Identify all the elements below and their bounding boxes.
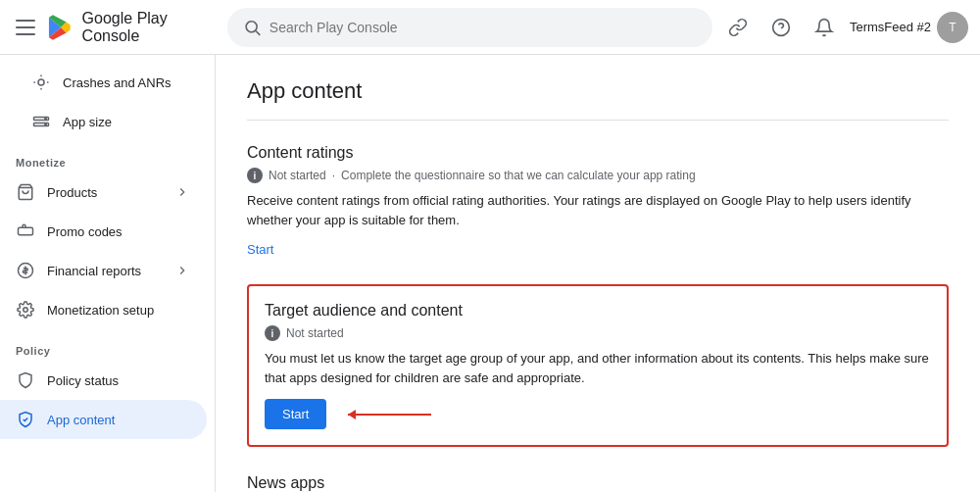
svg-point-1 [246, 21, 257, 31]
content-ratings-title: Content ratings [247, 144, 949, 162]
svg-point-8 [45, 118, 47, 120]
app-content-label: App content [47, 413, 115, 427]
topbar-search-area [227, 8, 712, 47]
dollar-icon [16, 261, 35, 280]
search-icon [243, 18, 262, 37]
content-ratings-desc: Receive content ratings from official ra… [247, 191, 949, 229]
shield-icon [16, 370, 35, 390]
storage-icon [31, 112, 51, 131]
logo[interactable]: Google Play Console [43, 10, 227, 45]
link-icon [728, 18, 748, 37]
financial-reports-label: Financial reports [47, 264, 141, 278]
news-apps-title: News apps [247, 474, 949, 492]
content-ratings-status: i Not started · Complete the questionnai… [247, 168, 949, 183]
products-label: Products [47, 185, 97, 200]
content-ratings-dot: · [332, 169, 335, 182]
notification-icon-btn[interactable] [807, 10, 842, 45]
svg-point-13 [24, 308, 28, 313]
monetization-setup-label: Monetization setup [47, 303, 154, 318]
target-audience-desc: You must let us know the target age grou… [265, 349, 931, 387]
sidebar-item-app-size[interactable]: App size [0, 102, 207, 141]
target-audience-info-icon: i [265, 325, 280, 341]
monetize-section-label: Monetize [0, 141, 215, 172]
promo-codes-label: Promo codes [47, 224, 122, 239]
target-audience-status: i Not started [265, 325, 931, 341]
svg-point-9 [45, 123, 47, 125]
news-apps-section: News apps i Not started · Let us know wh… [247, 474, 949, 492]
search-input[interactable] [270, 20, 697, 35]
products-expand-icon [175, 184, 191, 200]
content-ratings-info-icon: i [247, 168, 263, 183]
policy-status-label: Policy status [47, 373, 119, 388]
main-content: App content Content ratings i Not starte… [216, 55, 980, 492]
svg-rect-11 [19, 227, 33, 235]
main-layout: Crashes and ANRs App size Monetize Produ… [0, 55, 980, 492]
arrow-indicator [338, 405, 436, 424]
app-size-label: App size [63, 115, 112, 129]
crashes-label: Crashes and ANRs [63, 75, 172, 90]
logo-icon [43, 12, 74, 43]
cart-icon [16, 182, 35, 202]
hamburger-menu[interactable] [12, 14, 39, 41]
sidebar: Crashes and ANRs App size Monetize Produ… [0, 55, 216, 492]
target-audience-start-button[interactable]: Start [265, 399, 326, 429]
search-bar [227, 8, 712, 47]
target-audience-title: Target audience and content [265, 302, 931, 320]
sidebar-item-crashes[interactable]: Crashes and ANRs [0, 63, 207, 102]
logo-text: Google Play Console [82, 10, 227, 45]
sidebar-item-financial-reports[interactable]: Financial reports [0, 251, 207, 290]
sidebar-item-app-content[interactable]: App content [0, 400, 207, 439]
target-audience-section: Target audience and content i Not starte… [247, 284, 949, 447]
page-title: App content [247, 78, 949, 104]
sidebar-item-monetization-setup[interactable]: Monetization setup [0, 290, 207, 329]
help-icon-btn[interactable] [763, 10, 799, 45]
topbar-right: TermsFeed #2 T [720, 10, 968, 45]
avatar: T [937, 12, 968, 43]
user-info[interactable]: TermsFeed #2 T [850, 12, 968, 43]
link-icon-btn[interactable] [720, 10, 756, 45]
svg-point-5 [38, 79, 44, 85]
settings-icon [16, 300, 35, 320]
financial-expand-icon [175, 263, 191, 278]
svg-line-2 [256, 30, 260, 34]
notification-icon [814, 18, 834, 37]
sidebar-item-promo-codes[interactable]: Promo codes [0, 212, 207, 251]
content-ratings-status-text: Not started [269, 169, 326, 182]
content-ratings-section: Content ratings i Not started · Complete… [247, 144, 949, 257]
help-icon [771, 18, 791, 37]
sidebar-item-policy-status[interactable]: Policy status [0, 361, 207, 400]
svg-marker-15 [348, 410, 356, 419]
user-name: TermsFeed #2 [850, 20, 931, 34]
sidebar-item-products[interactable]: Products [0, 172, 207, 212]
topbar-left: Google Play Console [12, 10, 227, 45]
target-audience-status-text: Not started [286, 326, 344, 340]
topbar: Google Play Console [0, 0, 980, 55]
shield-check-icon [16, 410, 35, 429]
content-ratings-start-link[interactable]: Start [247, 242, 273, 257]
bug-icon [31, 73, 51, 92]
content-ratings-status-detail: Complete the questionnaire so that we ca… [341, 169, 696, 182]
title-divider [247, 120, 949, 121]
tag-icon [16, 221, 35, 241]
policy-section-label: Policy [0, 329, 215, 361]
